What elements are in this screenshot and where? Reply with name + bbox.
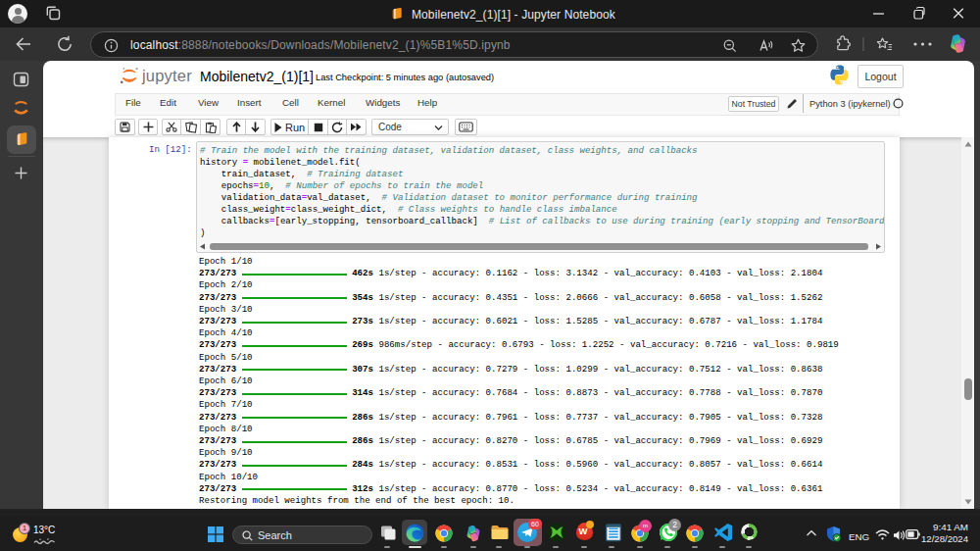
svg-text:Run: Run bbox=[285, 122, 305, 133]
